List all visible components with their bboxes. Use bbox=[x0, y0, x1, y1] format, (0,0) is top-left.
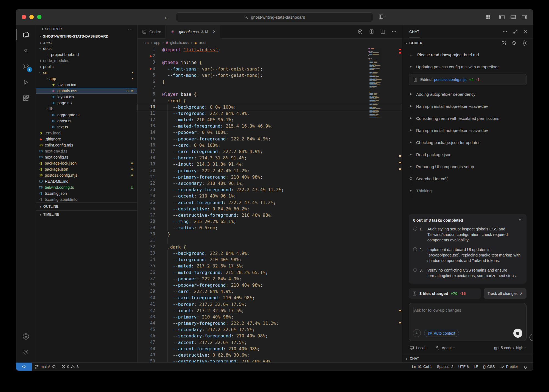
problems-status[interactable]: 0 3 bbox=[59, 363, 81, 371]
code-line-7[interactable]: 7 bbox=[138, 85, 402, 91]
breadcrumb-symbol[interactable]: :root bbox=[199, 41, 206, 45]
model-selector[interactable]: gpt-5-codex high › bbox=[494, 346, 526, 350]
codex-section-header[interactable]: › CODEX bbox=[402, 39, 533, 47]
session-history-icon[interactable] bbox=[511, 40, 517, 47]
code-line-24[interactable]: 24 --accent: 210 40% 96.1%; bbox=[138, 193, 402, 199]
code-line-16[interactable]: 16 --card: 0 0% 100%; bbox=[138, 142, 402, 148]
code-editor[interactable]: 1@import "tailwindcss";23@theme inline {… bbox=[138, 47, 402, 362]
task-item[interactable]: 2.Implement dashboard UI updates in `src… bbox=[413, 247, 522, 263]
more-actions-icon[interactable] bbox=[391, 29, 397, 35]
task-checkbox[interactable] bbox=[413, 227, 417, 231]
command-center-search[interactable]: ghost-writing-stats-dashboard bbox=[176, 12, 373, 22]
tree-item-.env.local[interactable]: $.env.local bbox=[36, 130, 137, 136]
code-line-13[interactable]: 13 --muted-foreground: 215.4 16.3% 46.9%… bbox=[138, 123, 402, 129]
tree-item-.gitignore[interactable]: ◆.gitignore bbox=[36, 136, 137, 142]
code-line-14[interactable]: 14 --popover: 0 0% 100%; bbox=[138, 129, 402, 136]
code-line-10[interactable]: 10 --background: 0 0% 100%; bbox=[138, 104, 402, 110]
code-line-36[interactable]: 36 --muted-foreground: 215 20.2% 65.1%; bbox=[138, 269, 402, 276]
code-line-48[interactable]: 48 --accent-foreground: 210 40% 98%; bbox=[138, 346, 402, 352]
notifications[interactable] bbox=[520, 363, 530, 371]
activitybar-search[interactable] bbox=[16, 43, 36, 58]
tree-item-eslint.config.mjs[interactable]: JSeslint.config.mjs bbox=[36, 142, 137, 148]
customize-layout-icon[interactable] bbox=[485, 14, 491, 20]
tree-item-package.json[interactable]: {}package.jsonM bbox=[36, 166, 137, 172]
timeline-section[interactable]: › TIMELINE bbox=[36, 210, 137, 218]
stop-button[interactable] bbox=[513, 329, 522, 338]
maximize-panel-icon[interactable] bbox=[513, 29, 518, 35]
tree-item-layout.tsx[interactable]: layout.tsx bbox=[36, 94, 137, 100]
tree-item-tsconfig.tsbuildinfo[interactable]: {}tsconfig.tsbuildinfo bbox=[36, 196, 137, 202]
code-line-33[interactable]: 33 --background: 222.2 84% 4.9%; bbox=[138, 250, 402, 256]
workspace-root-folder[interactable]: › GHOST-WRITING-STATS-DASHBOARD bbox=[36, 33, 137, 40]
code-line-31[interactable]: 31 bbox=[138, 238, 402, 244]
minimap[interactable] bbox=[368, 48, 397, 118]
tree-item-node_modules[interactable]: ›node_modules bbox=[36, 58, 137, 64]
tree-item-next.config.ts[interactable]: TSnext.config.ts bbox=[36, 154, 137, 160]
breadcrumb-file[interactable]: globals.css bbox=[170, 41, 189, 45]
tree-item-public[interactable]: ›public bbox=[36, 64, 137, 70]
activitybar-run-and-debug[interactable] bbox=[16, 74, 36, 90]
new-session-icon[interactable] bbox=[501, 40, 507, 47]
code-line-35[interactable]: 35 --muted: 217.2 32.6% 17.5%; bbox=[138, 263, 402, 269]
code-line-47[interactable]: 47 --accent: 217.2 32.6% 17.5%; bbox=[138, 339, 402, 346]
tree-item-.next[interactable]: ›.next bbox=[36, 40, 137, 46]
formatter-status[interactable]: Prettier bbox=[497, 363, 520, 371]
activitybar-source-control[interactable]: 5 bbox=[16, 58, 36, 74]
branch-status[interactable]: main* bbox=[32, 363, 59, 371]
close-tab-icon[interactable]: × bbox=[213, 29, 216, 35]
tree-item-next-env.d.ts[interactable]: TSnext-env.d.ts bbox=[36, 148, 137, 154]
tree-item-docs[interactable]: ›docs bbox=[36, 46, 137, 52]
code-line-27[interactable]: 27 --destructive-foreground: 210 40% 98%… bbox=[138, 212, 402, 218]
code-line-8[interactable]: 8@layer base { bbox=[138, 91, 402, 97]
code-line-12[interactable]: 12 --muted: 210 40% 96.1%; bbox=[138, 117, 402, 123]
code-line-9[interactable]: 9 :root { bbox=[138, 98, 402, 104]
task-item[interactable]: 1.Audit styling setup: inspect globals C… bbox=[413, 226, 522, 243]
zoom-window-button[interactable] bbox=[37, 15, 41, 19]
code-line-25[interactable]: 25 --accent-foreground: 222.2 47.4% 11.2… bbox=[138, 199, 402, 206]
code-line-21[interactable]: 21 --primary-foreground: 210 40% 98%; bbox=[138, 174, 402, 180]
breadcrumb-src[interactable]: src bbox=[144, 41, 149, 45]
task-checkbox[interactable] bbox=[413, 247, 417, 251]
tree-item-lib[interactable]: ›lib bbox=[36, 106, 137, 112]
auto-context-toggle[interactable]: @ Auto context bbox=[424, 330, 459, 337]
code-line-43[interactable]: 43 --primary: 210 40% 98%; bbox=[138, 314, 402, 320]
code-line-23[interactable]: 23 --secondary-foreground: 222.2 47.4% 1… bbox=[138, 187, 402, 193]
explorer-more-icon[interactable]: ⋯ bbox=[128, 26, 133, 32]
code-line-18[interactable]: 18 --border: 214.3 31.8% 91.4%; bbox=[138, 155, 402, 161]
tree-item-favicon.ico[interactable]: ★favicon.ico bbox=[36, 82, 137, 88]
tree-item-page.tsx[interactable]: page.tsx bbox=[36, 100, 137, 106]
activitybar-accounts[interactable] bbox=[16, 328, 36, 344]
code-line-45[interactable]: 45 --secondary: 217.2 32.6% 17.5%; bbox=[138, 326, 402, 333]
code-line-30[interactable]: 30 } bbox=[138, 231, 402, 237]
codex-action-icon[interactable] bbox=[357, 29, 363, 35]
tree-item-app[interactable]: ›app● bbox=[36, 76, 137, 82]
code-line-29[interactable]: 29 --radius: 0.5rem; bbox=[138, 225, 402, 231]
tab-globals-css[interactable]: # globals.css 3, M × bbox=[166, 25, 220, 39]
split-editor-icon[interactable] bbox=[380, 29, 386, 35]
code-line-2[interactable]: 2 bbox=[138, 53, 402, 59]
indentation-setting[interactable]: Spaces: 2 bbox=[435, 363, 456, 371]
chat-panel-title[interactable]: CHAT bbox=[409, 26, 420, 38]
code-line-50[interactable]: 50 --destructive-foreground: 210 40% 98%… bbox=[138, 358, 402, 362]
tab-codex[interactable]: Codex bbox=[138, 25, 166, 38]
mode-selector[interactable]: Agent › bbox=[435, 345, 455, 350]
remote-indicator[interactable] bbox=[16, 363, 32, 371]
files-changed-summary[interactable]: 3 files changed +70 -16 bbox=[409, 288, 481, 299]
toggle-primary-sidebar-icon[interactable] bbox=[499, 14, 505, 20]
code-line-38[interactable]: 38 --popover-foreground: 210 40% 98%; bbox=[138, 282, 402, 288]
code-line-44[interactable]: 44 --primary-foreground: 222.2 47.4% 11.… bbox=[138, 320, 402, 326]
back-icon[interactable]: ← bbox=[409, 52, 413, 57]
more-actions-icon[interactable] bbox=[502, 29, 508, 35]
code-line-6[interactable]: 6} bbox=[138, 78, 402, 85]
code-line-15[interactable]: 15 --popover-foreground: 222.2 84% 4.9%; bbox=[138, 136, 402, 142]
code-line-20[interactable]: 20 --primary: 222.2 47.4% 11.2%; bbox=[138, 168, 402, 174]
code-line-19[interactable]: 19 --input: 214.3 31.8% 91.4%; bbox=[138, 161, 402, 167]
activitybar-extensions[interactable] bbox=[16, 90, 36, 106]
tree-item-postcss.config.mjs[interactable]: JSpostcss.config.mjsM bbox=[36, 172, 137, 178]
edited-file-card[interactable]: Editedpostcss.config.mjs+4-1 bbox=[409, 74, 526, 85]
activitybar-explorer[interactable] bbox=[16, 27, 36, 43]
tree-item-globals.css[interactable]: #globals.css3, M bbox=[36, 88, 137, 94]
chat-collapsed-section[interactable]: › CHAT bbox=[402, 354, 533, 362]
code-line-28[interactable]: 28 --ring: 215 20.2% 65.1%; bbox=[138, 218, 402, 225]
tree-item-README.md[interactable]: README.md bbox=[36, 178, 137, 184]
